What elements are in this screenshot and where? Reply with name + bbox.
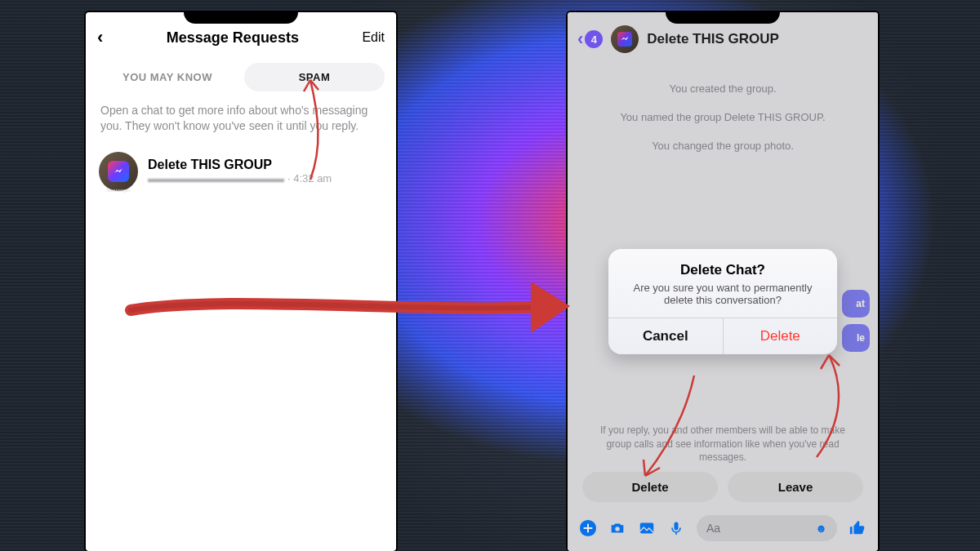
edit-button[interactable]: Edit <box>362 30 385 45</box>
page-title: Message Requests <box>167 29 299 47</box>
dialog-cancel-button[interactable]: Cancel <box>608 318 724 354</box>
phone-right: ‹ 4 Delete THIS GROUP You created the gr… <box>568 12 878 551</box>
preview-redacted: ▬▬▬▬▬▬▬▬▬▬▬▬▬▬▬ <box>148 172 283 184</box>
chat-timestamp: · 4:32 am <box>287 172 332 184</box>
dialog-delete-button[interactable]: Delete <box>724 318 838 354</box>
delete-chat-dialog: Delete Chat? Are you sure you want to pe… <box>608 249 837 354</box>
group-avatar: Messenger <box>99 152 138 191</box>
phone-left: ‹ Message Requests Edit YOU MAY KNOW SPA… <box>86 12 396 551</box>
chat-name: Delete THIS GROUP <box>148 158 383 172</box>
phone-notch <box>184 12 298 24</box>
dialog-message: Are you sure you want to permanently del… <box>608 282 837 318</box>
back-chevron-icon[interactable]: ‹ <box>97 27 103 48</box>
tabs: YOU MAY KNOW SPAM <box>86 55 396 96</box>
chat-preview: ▬▬▬▬▬▬▬▬▬▬▬▬▬▬▬ · 4:32 am <box>148 172 383 184</box>
messenger-logo-icon <box>108 161 129 182</box>
dialog-title: Delete Chat? <box>608 249 837 282</box>
avatar-caption: Messenger <box>106 188 131 193</box>
chat-row[interactable]: Messenger Delete THIS GROUP ▬▬▬▬▬▬▬▬▬▬▬▬… <box>86 145 396 198</box>
info-text: Open a chat to get more info about who's… <box>86 96 396 145</box>
tab-spam[interactable]: SPAM <box>244 63 385 91</box>
tab-you-may-know[interactable]: YOU MAY KNOW <box>97 63 238 91</box>
